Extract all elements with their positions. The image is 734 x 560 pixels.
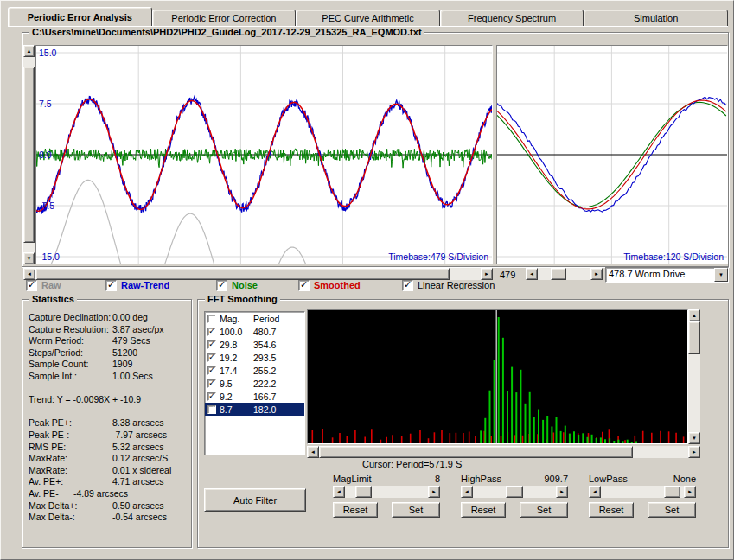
right-scroll-button[interactable]: ► [688,446,700,458]
right-scroll-button[interactable]: ► [556,486,568,498]
fft-table-row[interactable]: ✓9.2166.7 [205,390,304,403]
chart-x-scrollbar[interactable]: ◄► [23,268,493,280]
right-scroll-button[interactable]: ► [428,486,440,498]
right-scroll-button[interactable]: ► [481,268,493,280]
maglimit-set-button[interactable]: Set [392,502,440,518]
maglimit-slider[interactable]: ◄► [333,486,440,498]
chart-y-scrollbar[interactable]: ▲▼ [23,45,35,264]
fft-table-header: Mag.Period [205,312,304,325]
scrollbar-thumb[interactable] [506,486,522,498]
y-axis-tick-label: -7.5 [39,201,54,211]
check-icon: ✓ [208,379,215,387]
lowpass-slider[interactable]: ◄► [589,486,696,498]
fft-row-checkbox[interactable]: ✓ [207,392,216,401]
stat-row: Sample Count:1909 [29,359,188,371]
spectrum-h-scrollbar[interactable]: ◄► [307,446,700,458]
fft-row-period: 166.7 [253,391,276,402]
up-scroll-button[interactable]: ▲ [688,309,700,321]
scrollbar-thumb[interactable] [688,321,700,354]
left-scroll-button[interactable]: ◄ [461,486,473,498]
tab-periodic-error-analysis[interactable]: Periodic Error Analysis [8,7,152,26]
tab-simulation[interactable]: Simulation [584,10,728,26]
checkbox-noise[interactable]: ✓ [216,280,227,291]
scrollbar-track[interactable] [35,268,481,280]
stat-label: Capture Resolution: [29,324,109,334]
auto-filter-button[interactable]: Auto Filter [204,488,306,512]
periodic-error-chart: 15.07.50.0-7.5-15.0 Timebase:479 S/Divis… [35,45,493,264]
checkbox-linear-regression[interactable]: ✓ [402,280,413,291]
timebase-scrollbar[interactable]: ◄► [526,268,603,280]
scrollbar-thumb[interactable] [35,268,450,280]
stat-value: 1.00 Secs [112,371,153,383]
fft-row-checkbox[interactable]: ✓ [207,353,216,362]
scrollbar-thumb[interactable] [355,486,372,498]
legend-smoothed: ✓Smoothed [298,279,361,291]
scrollbar-track[interactable] [23,57,35,252]
fft-table-row[interactable]: ✓17.4255.2 [205,364,304,377]
cursor-period-label: Cursor: Period=571.9 S [362,459,462,469]
scrollbar-track[interactable] [473,486,556,498]
fft-row-checkbox[interactable]: ✓ [207,340,216,349]
fft-table-row[interactable]: ✓9.5222.2 [205,377,304,390]
down-scroll-button[interactable]: ▼ [688,432,700,444]
scrollbar-track[interactable] [688,321,700,432]
legend-raw-trend: ✓Raw-Trend [105,279,169,291]
tab-pec-curve-arithmetic[interactable]: PEC Curve Arithmetic [296,10,440,26]
checkbox-smoothed[interactable]: ✓ [298,280,310,291]
down-scroll-button[interactable]: ▼ [23,252,35,264]
scrollbar-thumb[interactable] [23,67,35,242]
fft-table-row[interactable]: ✓19.2293.5 [205,351,304,364]
scrollbar-track[interactable] [538,268,590,280]
stat-label: Av. PE- [29,488,59,499]
highpass-reset-button[interactable]: Reset [461,502,506,518]
lowpass-reset-button[interactable]: Reset [589,502,634,518]
fft-table-row[interactable]: ✓29.8354.6 [205,338,304,351]
checkbox-raw-trend[interactable]: ✓ [105,280,117,291]
legend-label: Linear Regression [418,280,495,290]
up-scroll-button[interactable]: ▲ [23,45,35,57]
statistics-groupbox: Statistics Capture Declination:0.00 degC… [22,299,192,548]
right-scroll-button[interactable]: ► [590,268,603,280]
checkbox-raw[interactable]: ✓ [26,280,37,291]
left-scroll-button[interactable]: ◄ [23,268,35,280]
stat-label: Capture Declination: [29,312,111,322]
scrollbar-thumb[interactable] [551,268,566,280]
stat-value: 51200 [112,347,137,360]
scrollbar-track[interactable] [345,486,428,498]
fft-row-mag: 8.7 [220,404,233,415]
lowpass-set-button[interactable]: Set [648,502,696,518]
maglimit-reset-button[interactable]: Reset [333,502,378,518]
scrollbar-thumb[interactable] [664,486,680,498]
curve-legend-row: ✓Raw✓Raw-Trend✓Noise✓Smoothed✓Linear Reg… [1,279,734,293]
up-arrow-icon: ▲ [692,313,697,318]
tab-periodic-error-correction[interactable]: Periodic Error Correction [152,10,297,26]
left-scroll-button[interactable]: ◄ [307,446,319,458]
right-scroll-button[interactable]: ► [684,486,696,498]
highpass-set-button[interactable]: Set [520,502,568,518]
fft-row-checkbox[interactable]: ✓ [207,328,216,336]
left-scroll-button[interactable]: ◄ [526,268,538,280]
fft-component-list[interactable]: Mag.Period✓100.0480.7✓29.8354.6✓19.2293.… [204,311,305,455]
left-scroll-button[interactable]: ◄ [333,486,345,498]
fft-row-checkbox[interactable]: ✓ [207,366,216,375]
fft-checkall-checkbox[interactable] [207,315,216,323]
scrollbar-track[interactable] [601,486,684,498]
y-axis-tick-label: -15.0 [39,252,60,262]
scrollbar-track[interactable] [319,446,688,458]
legend-label: Smoothed [314,280,361,290]
fft-row-period: 354.6 [253,340,276,350]
fft-row-mag: 100.0 [220,327,242,337]
stat-label: Peak PE-: [29,430,69,440]
tab-frequency-spectrum[interactable]: Frequency Spectrum [440,10,584,26]
scrollbar-thumb[interactable] [319,446,633,458]
fft-table-row[interactable]: ✓100.0480.7 [205,325,304,338]
left-scroll-button[interactable]: ◄ [589,486,601,498]
lowpass-control: LowPass None ◄► Reset Set [589,474,696,518]
spectrum-v-scrollbar[interactable]: ▲▼ [688,309,700,444]
lowpass-value: None [673,474,696,485]
fft-row-checkbox[interactable]: ✓ [207,405,216,414]
fft-row-checkbox[interactable]: ✓ [207,379,216,388]
stat-row: Trend: Y = -0.0098X + -10.9 [29,394,188,406]
fft-table-row[interactable]: ✓8.7182.0 [205,403,304,416]
fft-spectrum[interactable] [307,309,688,444]
